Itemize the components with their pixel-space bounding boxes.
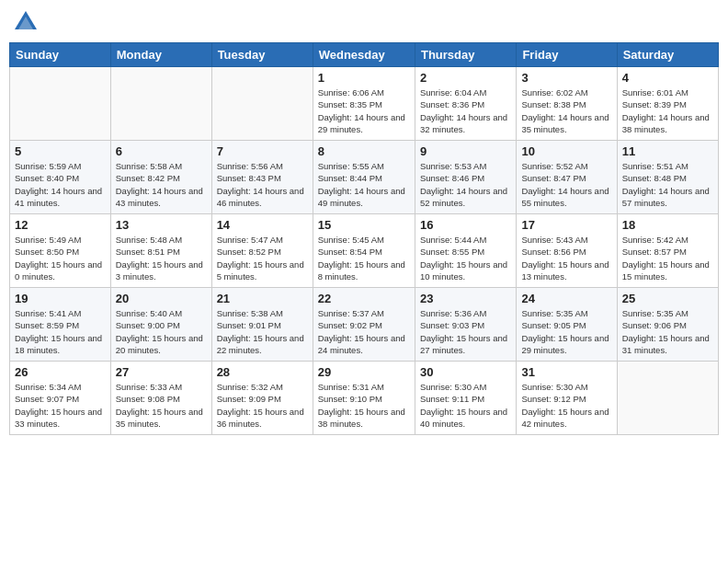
day-number: 9 <box>420 144 511 158</box>
day-number: 21 <box>217 292 308 305</box>
day-number: 17 <box>521 218 611 232</box>
day-info: Sunrise: 5:33 AM Sunset: 9:08 PM Dayligh… <box>116 381 207 430</box>
day-info: Sunrise: 5:55 AM Sunset: 8:44 PM Dayligh… <box>318 160 410 209</box>
day-info: Sunrise: 5:56 AM Sunset: 8:43 PM Dayligh… <box>217 160 308 209</box>
weekday-header-thursday: Thursday <box>415 43 516 67</box>
calendar-cell: 22Sunrise: 5:37 AM Sunset: 9:02 PM Dayli… <box>313 288 415 362</box>
day-info: Sunrise: 5:37 AM Sunset: 9:02 PM Dayligh… <box>318 307 410 356</box>
calendar-cell: 15Sunrise: 5:45 AM Sunset: 8:54 PM Dayli… <box>313 214 415 288</box>
day-info: Sunrise: 5:49 AM Sunset: 8:50 PM Dayligh… <box>15 234 106 282</box>
calendar-week-4: 19Sunrise: 5:41 AM Sunset: 8:59 PM Dayli… <box>10 288 719 362</box>
day-number: 29 <box>318 365 410 379</box>
day-info: Sunrise: 5:30 AM Sunset: 9:11 PM Dayligh… <box>420 381 511 430</box>
day-number: 23 <box>420 292 511 305</box>
page-header <box>9 9 719 35</box>
calendar-cell: 28Sunrise: 5:32 AM Sunset: 9:09 PM Dayli… <box>211 362 313 435</box>
calendar-cell: 29Sunrise: 5:31 AM Sunset: 9:10 PM Dayli… <box>313 362 415 435</box>
calendar-cell: 30Sunrise: 5:30 AM Sunset: 9:11 PM Dayli… <box>415 362 516 435</box>
day-info: Sunrise: 5:53 AM Sunset: 8:46 PM Dayligh… <box>420 160 511 209</box>
calendar-cell: 14Sunrise: 5:47 AM Sunset: 8:52 PM Dayli… <box>211 214 313 288</box>
weekday-header-saturday: Saturday <box>617 43 718 67</box>
day-number: 12 <box>15 218 106 232</box>
day-number: 19 <box>15 292 106 305</box>
day-info: Sunrise: 5:51 AM Sunset: 8:48 PM Dayligh… <box>622 160 713 209</box>
day-info: Sunrise: 5:30 AM Sunset: 9:12 PM Dayligh… <box>521 381 611 430</box>
logo-icon <box>13 9 39 35</box>
day-number: 1 <box>318 71 410 85</box>
calendar-cell: 17Sunrise: 5:43 AM Sunset: 8:56 PM Dayli… <box>517 214 617 288</box>
day-number: 10 <box>521 144 611 158</box>
logo <box>13 9 42 35</box>
day-number: 25 <box>622 292 713 305</box>
day-info: Sunrise: 5:52 AM Sunset: 8:47 PM Dayligh… <box>521 160 611 209</box>
day-number: 13 <box>116 218 207 232</box>
day-info: Sunrise: 6:06 AM Sunset: 8:35 PM Dayligh… <box>318 86 410 135</box>
day-info: Sunrise: 5:34 AM Sunset: 9:07 PM Dayligh… <box>15 381 106 430</box>
calendar-cell: 27Sunrise: 5:33 AM Sunset: 9:08 PM Dayli… <box>110 362 211 435</box>
day-info: Sunrise: 5:41 AM Sunset: 8:59 PM Dayligh… <box>15 307 106 356</box>
calendar-week-3: 12Sunrise: 5:49 AM Sunset: 8:50 PM Dayli… <box>10 214 719 288</box>
calendar-week-5: 26Sunrise: 5:34 AM Sunset: 9:07 PM Dayli… <box>10 362 719 435</box>
calendar-cell <box>110 67 211 141</box>
day-number: 27 <box>116 365 207 379</box>
weekday-header-sunday: Sunday <box>10 43 111 67</box>
calendar-week-1: 1Sunrise: 6:06 AM Sunset: 8:35 PM Daylig… <box>10 67 719 141</box>
calendar-cell <box>617 362 718 435</box>
day-number: 20 <box>116 292 207 305</box>
calendar-cell <box>10 67 111 141</box>
calendar-cell: 21Sunrise: 5:38 AM Sunset: 9:01 PM Dayli… <box>211 288 313 362</box>
calendar-cell: 11Sunrise: 5:51 AM Sunset: 8:48 PM Dayli… <box>617 141 718 214</box>
day-number: 4 <box>622 71 713 85</box>
day-number: 30 <box>420 365 511 379</box>
day-number: 11 <box>622 144 713 158</box>
calendar-cell: 4Sunrise: 6:01 AM Sunset: 8:39 PM Daylig… <box>617 67 718 141</box>
day-number: 26 <box>15 365 106 379</box>
calendar-cell: 3Sunrise: 6:02 AM Sunset: 8:38 PM Daylig… <box>517 67 617 141</box>
day-number: 8 <box>318 144 410 158</box>
day-number: 16 <box>420 218 511 232</box>
calendar-cell: 5Sunrise: 5:59 AM Sunset: 8:40 PM Daylig… <box>10 141 111 214</box>
day-info: Sunrise: 5:36 AM Sunset: 9:03 PM Dayligh… <box>420 307 511 356</box>
weekday-header-row: SundayMondayTuesdayWednesdayThursdayFrid… <box>10 43 719 67</box>
day-number: 22 <box>318 292 410 305</box>
day-info: Sunrise: 5:35 AM Sunset: 9:06 PM Dayligh… <box>622 307 713 356</box>
calendar-cell: 7Sunrise: 5:56 AM Sunset: 8:43 PM Daylig… <box>211 141 313 214</box>
day-number: 7 <box>217 144 308 158</box>
day-number: 6 <box>116 144 207 158</box>
day-info: Sunrise: 5:58 AM Sunset: 8:42 PM Dayligh… <box>116 160 207 209</box>
calendar-cell: 6Sunrise: 5:58 AM Sunset: 8:42 PM Daylig… <box>110 141 211 214</box>
day-number: 5 <box>15 144 106 158</box>
calendar-cell: 12Sunrise: 5:49 AM Sunset: 8:50 PM Dayli… <box>10 214 111 288</box>
calendar-cell: 23Sunrise: 5:36 AM Sunset: 9:03 PM Dayli… <box>415 288 516 362</box>
calendar-cell: 2Sunrise: 6:04 AM Sunset: 8:36 PM Daylig… <box>415 67 516 141</box>
day-info: Sunrise: 6:01 AM Sunset: 8:39 PM Dayligh… <box>622 86 713 135</box>
day-number: 31 <box>521 365 611 379</box>
calendar-cell: 9Sunrise: 5:53 AM Sunset: 8:46 PM Daylig… <box>415 141 516 214</box>
calendar-cell: 1Sunrise: 6:06 AM Sunset: 8:35 PM Daylig… <box>313 67 415 141</box>
calendar-table: SundayMondayTuesdayWednesdayThursdayFrid… <box>9 42 719 435</box>
calendar-cell: 24Sunrise: 5:35 AM Sunset: 9:05 PM Dayli… <box>517 288 617 362</box>
weekday-header-wednesday: Wednesday <box>313 43 415 67</box>
calendar-cell: 26Sunrise: 5:34 AM Sunset: 9:07 PM Dayli… <box>10 362 111 435</box>
day-number: 15 <box>318 218 410 232</box>
day-info: Sunrise: 5:42 AM Sunset: 8:57 PM Dayligh… <box>622 234 713 282</box>
day-info: Sunrise: 5:38 AM Sunset: 9:01 PM Dayligh… <box>217 307 308 356</box>
day-number: 14 <box>217 218 308 232</box>
day-info: Sunrise: 5:43 AM Sunset: 8:56 PM Dayligh… <box>521 234 611 282</box>
day-info: Sunrise: 5:35 AM Sunset: 9:05 PM Dayligh… <box>521 307 611 356</box>
day-info: Sunrise: 6:04 AM Sunset: 8:36 PM Dayligh… <box>420 86 511 135</box>
calendar-cell: 31Sunrise: 5:30 AM Sunset: 9:12 PM Dayli… <box>517 362 617 435</box>
weekday-header-friday: Friday <box>517 43 617 67</box>
weekday-header-monday: Monday <box>110 43 211 67</box>
day-info: Sunrise: 6:02 AM Sunset: 8:38 PM Dayligh… <box>521 86 611 135</box>
day-info: Sunrise: 5:31 AM Sunset: 9:10 PM Dayligh… <box>318 381 410 430</box>
day-info: Sunrise: 5:44 AM Sunset: 8:55 PM Dayligh… <box>420 234 511 282</box>
day-number: 24 <box>521 292 611 305</box>
day-info: Sunrise: 5:48 AM Sunset: 8:51 PM Dayligh… <box>116 234 207 282</box>
calendar-cell: 10Sunrise: 5:52 AM Sunset: 8:47 PM Dayli… <box>517 141 617 214</box>
day-number: 28 <box>217 365 308 379</box>
day-info: Sunrise: 5:32 AM Sunset: 9:09 PM Dayligh… <box>217 381 308 430</box>
calendar-cell: 25Sunrise: 5:35 AM Sunset: 9:06 PM Dayli… <box>617 288 718 362</box>
calendar-cell: 18Sunrise: 5:42 AM Sunset: 8:57 PM Dayli… <box>617 214 718 288</box>
calendar-cell: 16Sunrise: 5:44 AM Sunset: 8:55 PM Dayli… <box>415 214 516 288</box>
